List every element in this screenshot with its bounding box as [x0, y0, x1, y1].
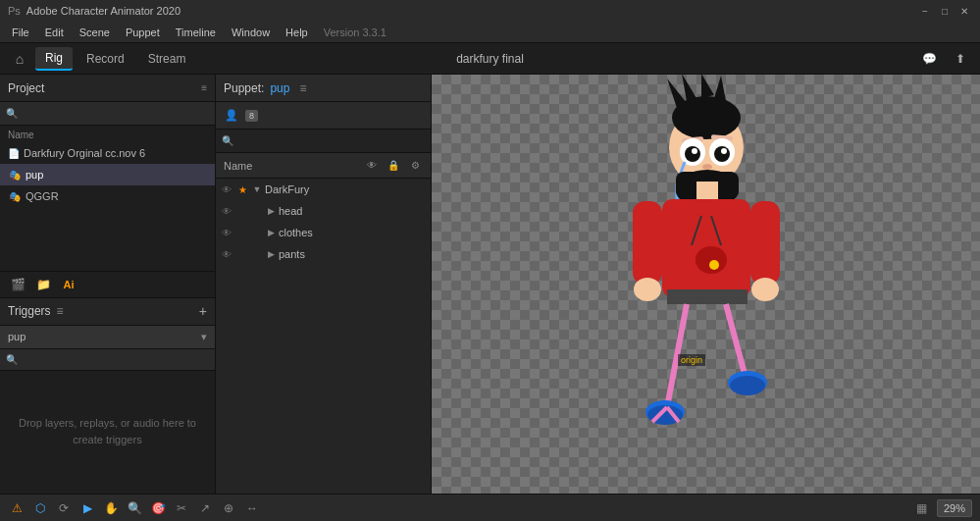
minimize-button[interactable]: − [917, 3, 933, 19]
menu-window[interactable]: Window [224, 25, 278, 40]
expand-icon[interactable]: ▶ [265, 249, 277, 259]
flip-icon[interactable]: ↔ [243, 499, 261, 517]
layer-name-label: pants [279, 248, 427, 260]
svg-line-29 [726, 304, 746, 378]
nav-title: darkfury final [456, 52, 524, 66]
expand-icon[interactable]: ▶ [265, 206, 277, 216]
menu-edit[interactable]: Edit [37, 25, 72, 40]
puppet-name-link[interactable]: pup [270, 81, 289, 95]
svg-point-13 [721, 148, 727, 154]
expand-icon[interactable]: ▼ [251, 184, 263, 194]
puppet-header-menu-icon[interactable]: ≡ [299, 81, 306, 95]
layer-darkfury[interactable]: 👁 ★ ▼ DarkFury [216, 179, 431, 200]
project-item-label: QGGR [26, 190, 59, 202]
arrow-icon[interactable]: ↗ [196, 499, 214, 517]
zoom-level[interactable]: 29% [937, 499, 972, 517]
project-item-label: Darkfury Orginal cc.nov 6 [24, 147, 145, 159]
move-icon[interactable]: ▶ [78, 499, 96, 517]
triggers-search-input[interactable] [22, 353, 209, 365]
puppet-person-icon: 👤 [224, 108, 239, 124]
puppet-panel-header: Puppet: pup ≡ [216, 75, 431, 102]
triggers-title: Triggers [8, 304, 51, 318]
triggers-drop-area: Drop layers, replays, or audio here tocr… [0, 371, 215, 495]
settings-icon[interactable]: ⚙ [407, 158, 423, 174]
svg-marker-5 [714, 76, 726, 101]
tab-record[interactable]: Record [77, 48, 134, 70]
eye-icon[interactable]: 👁 [220, 228, 233, 238]
menu-help[interactable]: Help [278, 25, 316, 40]
menu-file[interactable]: File [4, 25, 37, 40]
project-item-qggr[interactable]: 🎭 QGGR [0, 185, 215, 207]
cut-icon[interactable]: ✂ [173, 499, 190, 517]
origin-label: origin [678, 354, 705, 366]
puppet-search-bar: 🔍 [216, 130, 431, 153]
svg-marker-3 [682, 75, 696, 101]
home-button[interactable]: ⌂ [8, 47, 31, 71]
status-bar: ⚠ ⬡ ⟳ ▶ ✋ 🔍 🎯 ✂ ↗ ⊕ ↔ ▦ 29% [0, 494, 980, 521]
tab-stream[interactable]: Stream [138, 48, 196, 70]
status-left-icons: ⚠ ⬡ ⟳ ▶ ✋ 🔍 🎯 ✂ ↗ ⊕ ↔ [8, 499, 261, 517]
replay-icon[interactable]: ⟳ [55, 499, 73, 517]
eye-icon[interactable]: 👁 [364, 158, 380, 174]
menu-timeline[interactable]: Timeline [168, 25, 224, 40]
svg-point-21 [634, 278, 661, 301]
maximize-button[interactable]: □ [937, 3, 953, 19]
crosshair-icon[interactable]: ⊕ [220, 499, 237, 517]
svg-point-11 [714, 146, 730, 162]
project-title: Project [8, 81, 44, 95]
nav-bar: ⌂ Rig Record Stream darkfury final 💬 ⬆ [0, 43, 980, 75]
project-search-input[interactable] [22, 108, 209, 120]
triggers-menu-icon[interactable]: ≡ [57, 304, 64, 318]
hand-icon[interactable]: ✋ [102, 499, 120, 517]
puppet-layers-panel: Puppet: pup ≡ 👤 8 🔍 Name 👁 🔒 ⚙ 👁 ★ ▼ [216, 75, 432, 494]
video-icon[interactable]: 🎬 [8, 275, 27, 294]
left-panel: Project ≡ 🔍 Name 📄 Darkfury Orginal cc.n… [0, 75, 216, 494]
chat-button[interactable]: 💬 [917, 47, 941, 71]
svg-point-14 [702, 164, 712, 170]
svg-point-10 [685, 146, 700, 162]
illustrator-icon[interactable]: Ai [59, 275, 78, 294]
layer-name-label: head [279, 205, 427, 217]
svg-point-12 [692, 148, 697, 154]
menu-scene[interactable]: Scene [72, 25, 118, 40]
folder-icon[interactable]: 📁 [33, 275, 53, 294]
share-button[interactable]: ⬆ [949, 47, 972, 71]
puppet-search-input[interactable] [237, 135, 425, 147]
menu-version: Version 3.3.1 [316, 25, 394, 40]
layer-name-label: DarkFury [265, 183, 427, 195]
eye-icon[interactable]: 👁 [220, 184, 233, 195]
project-menu-icon[interactable]: ≡ [201, 82, 207, 93]
triggers-puppet-dropdown[interactable]: pup ▾ [0, 326, 215, 349]
layer-clothes[interactable]: 👁 ▶ clothes [216, 222, 431, 243]
search-zoom-icon[interactable]: 🔍 [126, 499, 143, 517]
canvas-viewport[interactable]: origin [432, 75, 980, 494]
svg-rect-27 [667, 289, 748, 304]
eye-icon[interactable]: 👁 [220, 249, 233, 260]
search-icon: 🔍 [6, 108, 18, 119]
layer-pants[interactable]: 👁 ▶ pants [216, 243, 431, 265]
project-item-label: pup [26, 169, 43, 181]
project-item-pup[interactable]: 🎭 pup [0, 164, 215, 185]
triggers-add-button[interactable]: + [199, 303, 207, 319]
physics-icon[interactable]: ⬡ [31, 499, 49, 517]
target-icon[interactable]: 🎯 [149, 499, 167, 517]
grid-icon[interactable]: ▦ [913, 499, 931, 517]
triggers-search-bar: 🔍 [0, 349, 215, 371]
layer-name-label: clothes [279, 227, 427, 238]
menu-bar: File Edit Scene Puppet Timeline Window H… [0, 22, 980, 43]
project-item-darkfury[interactable]: 📄 Darkfury Orginal cc.nov 6 [0, 142, 215, 164]
warning-icon[interactable]: ⚠ [8, 499, 26, 517]
menu-puppet[interactable]: Puppet [118, 25, 168, 40]
close-button[interactable]: ✕ [956, 3, 972, 19]
layer-head[interactable]: 👁 ▶ head [216, 200, 431, 222]
lock-icon[interactable]: 🔒 [386, 158, 401, 174]
tab-rig[interactable]: Rig [35, 47, 73, 71]
name-column-header: Name [0, 126, 215, 142]
eye-icon[interactable]: 👁 [220, 206, 233, 217]
star-icon[interactable]: ★ [235, 184, 249, 195]
svg-point-24 [709, 260, 719, 270]
project-action-icons: 🎬 📁 Ai [0, 271, 215, 298]
svg-point-22 [751, 278, 779, 301]
app-title: Adobe Character Animator 2020 [26, 5, 181, 17]
expand-icon[interactable]: ▶ [265, 228, 277, 237]
